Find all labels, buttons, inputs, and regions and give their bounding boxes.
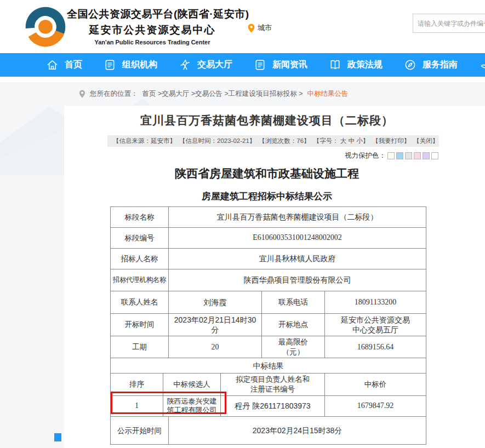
manager-header: 拟定项目负责人姓名和注册证书编号 [221,374,325,395]
city-label: 城市 [258,23,272,33]
eye-color-swatch[interactable] [414,152,421,159]
breadcrumb-pin-icon [79,90,85,98]
contact-name-value: 刘海霞 [169,291,262,314]
print-button[interactable]: 【我要打印】 [372,137,410,145]
announcement-heading: 陕西省房屋建筑和市政基础设施工程 [75,166,459,181]
nav-item-news[interactable]: 新闻资讯 [254,59,307,71]
breadcrumb-current: 中标结果公告 [307,89,349,99]
meta-source: 【信息来源：延安市】 [113,137,176,145]
table-row: 工期 20 最高限价（元） 1689156.64 [111,336,426,358]
nav-item-organization[interactable]: 组织机构 [104,59,157,71]
nav-label: 组织机构 [122,59,157,71]
open-place-label: 开标地点 [262,314,325,336]
site-subtitle: 延安市公共资源交易中心 [67,23,238,37]
contact-phone-value: 18091133200 [325,291,426,314]
site-header: 全国公共资源交易平台(陕西省·延安市) 延安市公共资源交易中心 Yan'an P… [0,0,485,53]
nav-label: 交易大厅 [197,59,232,71]
nav-item-trading-hall[interactable]: 交易大厅 [179,59,232,71]
duration-label: 工期 [111,336,169,358]
contact-phone-label: 联系电话 [262,291,325,314]
table-row: 标段编号 E6106003531001248002002 [111,228,426,249]
breadcrumb-label: 您所在的位置： [90,89,138,99]
agency-label: 招标代理机构名称 [111,269,169,291]
table-row: 1 陕西远泰兴安建筑工程有限公司 程丹 陕261171803973 167984… [111,395,426,417]
result-section-header: 中标结果 [111,358,426,374]
breadcrumb-trail[interactable]: 首页 >交易大厅 >交易公告 >工程建设项目招标投标 > [142,89,303,99]
table-row: 招标代理机构名称 陕西华鼎项目管理股份有限公司 [111,269,426,291]
site-title-english: Yan'an Public Resources Trading Center [67,39,238,45]
tenderee-value: 宜川县秋林镇人民政府 [169,249,426,269]
location-pin-icon [248,24,255,33]
eye-color-swatch[interactable] [431,152,438,159]
eye-color-swatch[interactable] [405,152,412,159]
max-price-value: 1689156.64 [325,336,426,358]
announcement-subheading: 房屋建筑工程招标中标结果公示 [75,190,459,203]
site-logo-icon [24,5,67,48]
nav-item-home[interactable]: 首页 [46,59,82,71]
nav-item-credit[interactable]: 信 [479,59,485,71]
rank-value: 1 [111,395,163,417]
contact-name-label: 联系人姓名 [111,291,169,314]
eye-protect-label: 视力保护色： [345,151,386,160]
rank-header: 排序 [111,374,163,395]
table-row: 招标人名称 宜川县秋林镇人民政府 [111,249,426,269]
open-place-value: 延安市公共资源交易中心交易五厅 [325,314,426,336]
max-price-label: 最高限价（元） [262,336,325,358]
section-name-label: 标段名称 [111,207,169,228]
breadcrumb: 您所在的位置： 首页 >交易大厅 >交易公告 >工程建设项目招标投标 > 中标结… [79,89,349,99]
meta-views: 【浏览次数：76】 [259,137,310,145]
eye-color-swatch[interactable] [396,152,403,159]
table-row: 联系人姓名 刘海霞 联系电话 18091133200 [111,291,426,314]
open-time-label: 开标时间 [111,314,169,336]
meta-fontsize-controls[interactable]: 【字号： 大 中 小】 [313,137,369,145]
page-title: 宜川县百万香菇菌包养菌棚建设项目（二标段） [75,113,459,128]
candidate-header: 中标候选人 [163,374,221,395]
duration-value: 20 [169,336,262,358]
close-button[interactable]: 【关闭】 [413,137,438,145]
article-meta-bar: 【信息来源：延安市】 【信息时间：2023-02-21】 【浏览次数：76】 【… [107,135,439,147]
nav-item-service-guide[interactable]: 服务指南 [404,59,458,71]
table-row: 公示开始时间 2023年02月24日15时38分 [111,417,426,445]
eye-protect-row: 视力保护色： [0,151,438,160]
publish-time-value: 2023年02月24日15时38分 [169,417,426,445]
nav-label: 首页 [65,59,82,71]
deal-spark-icon [179,59,191,71]
compass-icon [404,59,416,71]
section-code-value: E6106003531001248002002 [169,228,426,249]
nav-label: 新闻资讯 [272,59,307,71]
site-title: 全国公共资源交易平台(陕西省·延安市) [67,7,238,21]
section-name-value: 宜川县百万香菇菌包养菌棚建设项目（二标段） [169,207,426,228]
agency-value: 陕西华鼎项目管理股份有限公司 [169,269,426,291]
main-nav: 首页 组织机构 交易大厅 新闻资讯 政策法规 [0,53,485,77]
winning-bidder-value: 陕西远泰兴安建筑工程有限公司 [163,395,221,417]
floating-widget-edge[interactable] [54,433,61,441]
nav-item-policies[interactable]: 政策法规 [329,59,383,71]
nav-label: 政策法规 [347,59,383,71]
city-selector[interactable]: 城市 [248,23,272,33]
site-title-block: 全国公共资源交易平台(陕西省·延安市) 延安市公共资源交易中心 Yan'an P… [67,7,238,45]
bid-price-value: 1679847.92 [325,395,426,417]
nav-label: 服务指南 [423,59,458,71]
meta-time: 【信息时间：2023-02-21】 [179,137,255,145]
publish-time-label: 公示开始时间 [111,417,169,445]
open-time-value: 2023年02月21日14时30分 [169,314,262,336]
hand-service-icon [479,59,485,71]
home-icon [46,59,59,71]
org-list-icon [104,59,116,71]
book-icon [329,59,341,71]
news-list-icon [254,59,266,71]
table-row: 标段名称 宜川县百万香菇菌包养菌棚建设项目（二标段） [111,207,426,228]
eye-color-swatch[interactable] [387,152,395,159]
eye-color-swatch[interactable] [423,152,430,159]
tenderee-label: 招标人名称 [111,249,169,269]
manager-value: 程丹 陕261171803973 [221,395,325,417]
search-input[interactable] [413,14,485,33]
page: 全国公共资源交易平台(陕西省·延安市) 延安市公共资源交易中心 Yan'an P… [0,0,485,448]
bid-result-table: 标段名称 宜川县百万香菇菌包养菌棚建设项目（二标段） 标段编号 E6106003… [110,206,426,445]
bid-price-header: 中标价 [325,374,426,395]
table-row: 排序 中标候选人 拟定项目负责人姓名和注册证书编号 中标价 [111,374,426,395]
table-row: 开标时间 2023年02月21日14时30分 开标地点 延安市公共资源交易中心交… [111,314,426,336]
table-row: 中标结果 [111,358,426,374]
section-code-label: 标段编号 [111,228,169,249]
